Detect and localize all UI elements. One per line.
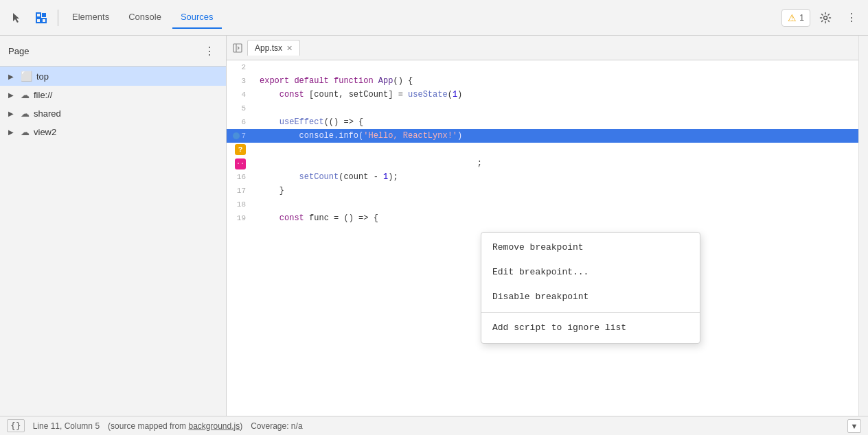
svg-rect-2 xyxy=(36,19,41,23)
svg-rect-1 xyxy=(42,13,46,17)
sidebar-item-shared[interactable]: ▶ ☁ shared xyxy=(0,104,226,123)
fn-usestate: useState xyxy=(408,90,448,99)
svg-rect-5 xyxy=(233,44,242,52)
sidebar-title: Page xyxy=(8,46,29,56)
more-icon: ⋮ xyxy=(846,11,857,24)
tree-arrow-shared: ▶ xyxy=(8,110,16,117)
position-label: Line 11, Column 5 xyxy=(33,421,100,431)
sidebar-menu-button[interactable]: ⋮ xyxy=(201,43,218,59)
sidebar-item-label-shared: shared xyxy=(34,108,61,119)
line-code-3: export default function App() { xyxy=(254,74,858,88)
line-code-4: const [count, setCount] = useState(1) xyxy=(254,88,858,102)
code-content[interactable]: 2 3 export default function App() { 4 co… xyxy=(227,60,858,416)
format-button[interactable]: {} xyxy=(7,419,25,432)
context-menu-edit-breakpoint[interactable]: Edit breakpoint... xyxy=(481,260,700,285)
line-code-17: } xyxy=(254,184,858,198)
tab-elements[interactable]: Elements xyxy=(64,6,117,29)
sidebar-item-label-view2: view2 xyxy=(34,127,56,137)
sidebar-item-label-top: top xyxy=(36,71,49,82)
code-table: 2 3 export default function App() { 4 co… xyxy=(227,60,858,225)
warning-count: 1 xyxy=(799,13,804,23)
source-map-link[interactable]: background.js xyxy=(188,421,240,431)
svg-point-4 xyxy=(824,16,827,19)
line-number-16: 16 xyxy=(227,170,254,184)
editor-area: App.tsx ✕ 2 3 export default function Ap… xyxy=(227,36,858,416)
kw-export: export default function xyxy=(260,76,378,86)
console-drawer-button[interactable]: ▼ xyxy=(847,419,861,433)
context-menu-remove-breakpoint[interactable]: Remove breakpoint xyxy=(481,235,700,260)
line-code-2 xyxy=(254,60,858,74)
code-close-4: ) xyxy=(457,90,462,99)
cloud-icon-file: ☁ xyxy=(21,90,30,100)
line-number-bp-q: ? xyxy=(227,143,254,156)
svg-rect-0 xyxy=(36,13,41,17)
line-number-3: 3 xyxy=(227,74,254,88)
line-row-19: 19 const func = () => { xyxy=(227,211,858,225)
source-map-info: (source mapped from background.js) xyxy=(108,421,242,431)
kw-const-4: const xyxy=(279,90,309,99)
line-code-bp-q xyxy=(254,143,858,156)
line-code-6: useEffect(() => { xyxy=(254,115,858,129)
line-number-18: 18 xyxy=(227,198,254,211)
context-menu-add-to-ignore[interactable]: Add script to ignore list xyxy=(481,316,700,340)
main-layout: Page ⋮ ▶ ⬜ top ▶ ☁ file:// ▶ ☁ shared ▶ … xyxy=(0,36,868,416)
code-setcount-close: ); xyxy=(388,172,398,182)
cloud-icon-view2: ☁ xyxy=(21,127,30,137)
breakpoint-dots: ·· xyxy=(235,158,246,169)
line-number-17: 17 xyxy=(227,184,254,198)
sidebar-item-label-file: file:// xyxy=(34,90,52,100)
status-bar: {} Line 11, Column 5 (source mapped from… xyxy=(0,416,868,435)
line-row-4: 4 const [count, setCount] = useState(1) xyxy=(227,88,858,102)
warning-badge[interactable]: ⚠ 1 xyxy=(781,9,810,27)
line-row-5: 5 xyxy=(227,102,858,115)
sidebar-item-top[interactable]: ▶ ⬜ top xyxy=(0,67,226,86)
more-button[interactable]: ⋮ xyxy=(841,7,863,29)
toolbar-right: ⚠ 1 ⋮ xyxy=(781,7,863,29)
settings-button[interactable] xyxy=(814,7,836,29)
collapse-sidebar-button[interactable] xyxy=(229,40,246,56)
line-number-19: 19 xyxy=(227,211,254,225)
tab-sources[interactable]: Sources xyxy=(172,6,222,29)
line-code-7: console.info('Hello, ReactLynx!') xyxy=(254,129,858,143)
code-array-4: [count, setCount] = xyxy=(309,90,408,99)
status-bar-right: ▼ xyxy=(847,419,861,433)
fn-useeffect: useEffect xyxy=(279,117,324,127)
sidebar-header: Page ⋮ xyxy=(0,36,226,67)
line-code-bp-dots: ; xyxy=(254,156,858,170)
sidebar: Page ⋮ ▶ ⬜ top ▶ ☁ file:// ▶ ☁ shared ▶ … xyxy=(0,36,227,416)
scrollbar-track[interactable] xyxy=(858,36,868,416)
tab-console[interactable]: Console xyxy=(120,6,170,29)
context-menu-disable-breakpoint[interactable]: Disable breakpoint xyxy=(481,285,700,309)
editor-tabs: App.tsx ✕ xyxy=(227,36,858,60)
source-map-prefix: (source mapped from xyxy=(108,421,188,431)
code-paren-3: () { xyxy=(393,76,413,86)
line-row-7: 7 console.info('Hello, ReactLynx!') xyxy=(227,129,858,143)
line-row-bp-dots: ·· ; xyxy=(227,156,858,170)
code-func: func = () => { xyxy=(309,213,378,223)
tab-close-button[interactable]: ✕ xyxy=(286,44,293,53)
code-useeffect-open: (() => { xyxy=(324,117,364,127)
context-menu-separator xyxy=(481,312,700,313)
svg-rect-3 xyxy=(42,19,46,23)
sidebar-item-file[interactable]: ▶ ☁ file:// xyxy=(0,86,226,104)
line-number-4: 4 xyxy=(227,88,254,102)
line-number-bp-dots: ·· xyxy=(227,156,254,170)
line-number-6: 6 xyxy=(227,115,254,129)
toolbar: Elements Console Sources ⚠ 1 ⋮ xyxy=(0,0,868,36)
inspect-element-button[interactable] xyxy=(30,7,52,29)
breakpoint-marker-7 xyxy=(233,132,240,139)
line-row-bp-question: ? xyxy=(227,143,858,156)
warning-icon: ⚠ xyxy=(788,12,797,23)
code-setcount-open: (count - xyxy=(339,172,383,182)
editor-tab-app-tsx[interactable]: App.tsx ✕ xyxy=(247,40,300,56)
folder-icon-top: ⬜ xyxy=(21,71,32,82)
line-row-3: 3 export default function App() { xyxy=(227,74,858,88)
sidebar-item-view2[interactable]: ▶ ☁ view2 xyxy=(0,123,226,141)
fn-app: App xyxy=(378,76,393,86)
line-code-19: const func = () => { xyxy=(254,211,858,225)
cursor-tool-button[interactable] xyxy=(5,7,27,29)
line-row-2: 2 xyxy=(227,60,858,74)
line-number-2: 2 xyxy=(227,60,254,74)
source-map-suffix: ) xyxy=(240,421,242,431)
tree-arrow-top: ▶ xyxy=(8,73,16,80)
